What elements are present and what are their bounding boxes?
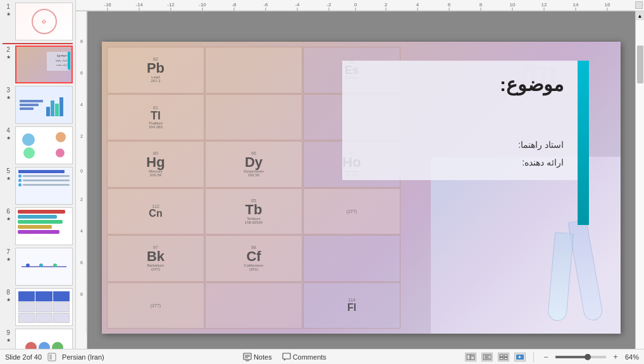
- ruler-horizontal: -16 -14 -12 -10 -8 -6 -4 -2 0 2 4 6 8 10: [76, 0, 644, 11]
- svg-text:4: 4: [80, 102, 83, 107]
- vertical-scrollbar[interactable]: ▲ ▼: [635, 11, 644, 364]
- slide-title: موضوع:: [361, 73, 564, 95]
- slide-thumb-3[interactable]: 3 ★: [3, 86, 73, 124]
- zoom-in-button[interactable]: +: [611, 353, 620, 361]
- scroll-track[interactable]: [636, 20, 644, 355]
- main-layout: 1 ★ ✿ 2 ★ موضوع:: [0, 0, 644, 364]
- notes-icon: [243, 353, 252, 361]
- slide-panel-divider: [3, 43, 73, 44]
- slide-star-9: ★: [6, 337, 11, 343]
- slide-subtitle2: ارائه دهنده:: [361, 157, 564, 167]
- notes-button[interactable]: Notes: [243, 353, 272, 361]
- slide-thumb-7[interactable]: 7 ★: [3, 248, 73, 286]
- slide-num-9: 9: [6, 329, 10, 337]
- zoom-thumb[interactable]: [585, 354, 591, 360]
- slide-content-overlay: موضوع: استاد راهنما: ارائه دهنده:: [342, 61, 583, 180]
- slide-star-6: ★: [6, 216, 11, 222]
- scroll-thumb[interactable]: [637, 46, 643, 83]
- svg-text:-4: -4: [295, 2, 300, 8]
- svg-text:12: 12: [542, 2, 547, 8]
- scroll-up-button[interactable]: ▲: [636, 11, 645, 20]
- slide-num-6: 6: [6, 207, 10, 216]
- slide-thumb-4[interactable]: 4 ★: [3, 126, 73, 164]
- svg-text:8: 8: [480, 2, 483, 8]
- slide-panel[interactable]: 1 ★ ✿ 2 ★ موضوع:: [0, 0, 76, 364]
- slide-work-area: 8 6 4 2 0 2 4 6 8: [76, 11, 644, 364]
- svg-text:-8: -8: [232, 2, 237, 8]
- svg-text:-10: -10: [199, 2, 206, 8]
- slide-num-3: 3: [6, 86, 10, 95]
- slide-thumb-2[interactable]: 2 ★ موضوع: استاد راهنما: ارائه دهنده:: [3, 46, 73, 83]
- slide-num-2: 2: [6, 46, 10, 54]
- status-bar: Slide 2of 40 Persian (Iran) Notes: [0, 349, 644, 364]
- accent-bar: [578, 61, 589, 225]
- svg-rect-68: [504, 357, 507, 360]
- slide-img-4[interactable]: [15, 126, 73, 164]
- slide-thumb-1[interactable]: 1 ★ ✿: [3, 3, 73, 40]
- view-presentation-button[interactable]: [514, 353, 526, 361]
- svg-rect-65: [500, 355, 503, 357]
- slide-img-8[interactable]: [15, 288, 73, 326]
- svg-text:0: 0: [354, 2, 357, 8]
- slide-thumb-6[interactable]: 6 ★: [3, 207, 73, 245]
- svg-text:0: 0: [80, 169, 83, 173]
- zoom-out-button[interactable]: −: [542, 353, 550, 361]
- svg-text:8: 8: [80, 292, 83, 296]
- slide-star-1: ★: [6, 11, 11, 17]
- slide-star-4: ★: [6, 135, 11, 141]
- view-outline-button[interactable]: [481, 353, 493, 361]
- slide-star-8: ★: [6, 297, 11, 303]
- slide-main[interactable]: 82 Pb Lead 207.2 99 Es Einstein: [102, 42, 621, 334]
- svg-rect-58: [467, 355, 470, 360]
- slide-num-7: 7: [6, 248, 10, 257]
- ruler-vertical: 8 6 4 2 0 2 4 6 8: [76, 11, 87, 364]
- slide-img-2[interactable]: موضوع: استاد راهنما: ارائه دهنده:: [15, 46, 73, 83]
- svg-rect-48: [49, 355, 52, 360]
- slide-thumb-5[interactable]: 5 ★: [3, 167, 73, 205]
- svg-text:-12: -12: [167, 2, 175, 8]
- slide-img-5[interactable]: [15, 167, 73, 205]
- slide-img-1[interactable]: ✿: [15, 3, 73, 40]
- language-label: Persian (Iran): [62, 353, 104, 361]
- slide-canvas-container[interactable]: 82 Pb Lead 207.2 99 Es Einstein: [87, 11, 635, 364]
- slide-num-8: 8: [6, 288, 10, 297]
- svg-text:16: 16: [605, 2, 610, 8]
- svg-text:2: 2: [80, 134, 83, 138]
- slide-star-7: ★: [6, 257, 11, 262]
- svg-rect-66: [504, 355, 507, 357]
- svg-text:-16: -16: [104, 2, 111, 8]
- svg-text:6: 6: [448, 2, 451, 8]
- zoom-fill: [555, 356, 586, 358]
- svg-text:2: 2: [80, 197, 83, 202]
- slide-num-5: 5: [6, 167, 10, 176]
- zoom-slider[interactable]: [555, 356, 606, 358]
- slide-info-icon[interactable]: [47, 352, 57, 362]
- slide-position: Slide 2of 40: [5, 353, 42, 361]
- status-separator: [533, 352, 534, 362]
- slide-img-3[interactable]: [15, 86, 73, 124]
- svg-rect-67: [500, 357, 503, 360]
- svg-rect-56: [283, 353, 290, 359]
- slide-info: Slide 2: [5, 353, 27, 361]
- svg-text:10: 10: [510, 2, 516, 8]
- slide-star-5: ★: [6, 176, 11, 181]
- svg-text:6: 6: [80, 260, 83, 265]
- slide-thumb-8[interactable]: 8 ★: [3, 288, 73, 326]
- view-slide-sorter-button[interactable]: [498, 353, 509, 361]
- comments-button[interactable]: Comments: [282, 353, 326, 361]
- svg-text:-14: -14: [135, 2, 143, 8]
- view-normal-button[interactable]: [465, 353, 476, 361]
- svg-text:6: 6: [80, 71, 83, 75]
- zoom-percent: 64%: [625, 353, 639, 361]
- notes-label: Notes: [254, 353, 272, 361]
- svg-text:4: 4: [80, 229, 83, 233]
- svg-text:2: 2: [385, 2, 388, 8]
- svg-text:-2: -2: [326, 2, 331, 8]
- status-center: Notes Comments: [243, 353, 326, 361]
- slide-img-6[interactable]: [15, 207, 73, 245]
- svg-text:14: 14: [573, 2, 579, 8]
- svg-text:-6: -6: [263, 2, 268, 8]
- svg-text:8: 8: [80, 39, 83, 44]
- comments-label: Comments: [293, 353, 326, 361]
- slide-img-7[interactable]: [15, 248, 73, 286]
